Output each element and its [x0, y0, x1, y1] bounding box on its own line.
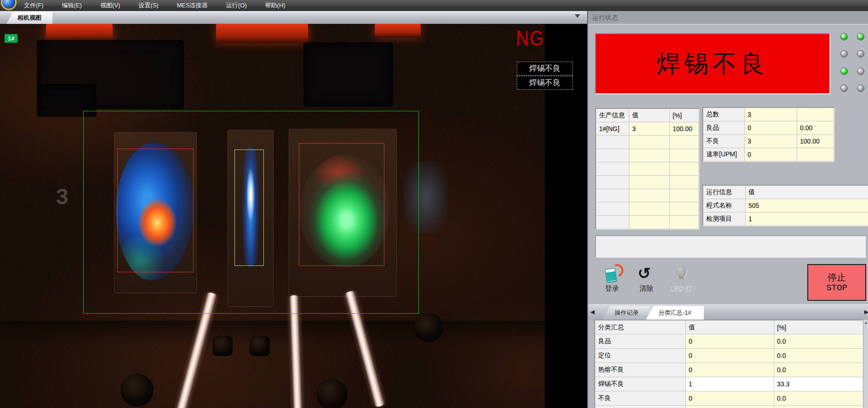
- table-header-row: 运行信息 值: [703, 186, 868, 199]
- station-badge: 1#: [5, 34, 17, 43]
- table-row-highlighted: 焊锡不良 1 33.3: [595, 377, 864, 391]
- roi-left-rect: [117, 149, 194, 272]
- stop-button-label-cn: 停止: [828, 272, 846, 283]
- status-led: [857, 68, 864, 75]
- bottom-tab-strip: ◀ 操作记录 分类汇总-1# ▶: [588, 304, 868, 320]
- component-seam: [0, 321, 545, 346]
- menu-item-mes-connector[interactable]: MES连接器: [177, 1, 208, 10]
- status-led: [840, 85, 848, 92]
- status-led: [857, 33, 864, 40]
- table-row: 良品 0 0.00: [703, 121, 834, 135]
- defect-label: 焊锡不良: [517, 76, 573, 90]
- table-row: 总数 3: [703, 108, 834, 121]
- table-row: 检测项目 1: [703, 213, 868, 226]
- tab-scroll-left-icon[interactable]: ◀: [590, 309, 594, 315]
- table-row: [596, 162, 699, 176]
- led-light-button-label: LED 灯: [665, 284, 697, 293]
- table-row: [596, 136, 699, 149]
- table-header-row: 分类汇总 值 [%]: [595, 321, 864, 334]
- summary-table: 分类汇总 值 [%] 良品 0 0.0 定位 0 0.0 热熔不良 0 0.0 …: [595, 320, 864, 408]
- status-led: [840, 33, 848, 40]
- roi-right-rect: [299, 143, 384, 266]
- app-logo-icon: [1, 0, 17, 10]
- login-button-label: 登录: [596, 284, 628, 293]
- run-info-table: 运行信息 值 程式名称 505 检测项目 1: [703, 185, 868, 226]
- stop-button[interactable]: 停止 STOP: [807, 264, 866, 301]
- tab-camera-view[interactable]: 相机视图: [6, 12, 52, 24]
- defect-label: 焊锡不良: [517, 62, 573, 75]
- hole: [212, 336, 233, 356]
- hole: [120, 374, 154, 407]
- scroll-up-icon[interactable]: ▲: [863, 320, 868, 326]
- login-button[interactable]: 登录: [596, 264, 628, 293]
- table-row: [596, 176, 699, 189]
- menu-item-edit[interactable]: 编辑(E): [62, 1, 82, 10]
- hole: [414, 313, 443, 342]
- table-row: 不良 3 100.00: [703, 135, 834, 148]
- table-row: 不良 0 0.0: [595, 391, 864, 406]
- table-row: 速率[UPM] 0: [703, 148, 834, 161]
- menu-item-run[interactable]: 运行(O): [226, 1, 247, 10]
- tab-operation-log[interactable]: 操作记录: [603, 306, 651, 320]
- menu-item-file[interactable]: 文件(F): [24, 1, 44, 10]
- stop-button-label-en: STOP: [826, 283, 847, 293]
- table-header-row: 生产信息 值 [%]: [596, 109, 699, 122]
- menu-item-settings[interactable]: 设置(S): [138, 1, 158, 10]
- status-led: [840, 68, 848, 75]
- glow-strip: [46, 24, 113, 40]
- id-badge-icon: [605, 265, 620, 283]
- table-row: 良品 0 0.0: [595, 334, 864, 349]
- glow-strip: [375, 24, 421, 38]
- table-row: 程式名称 505: [703, 199, 868, 213]
- table-row: [596, 202, 699, 216]
- status-led: [857, 50, 864, 57]
- groupbox-titlebar: 运行状态: [588, 11, 868, 24]
- hole: [250, 336, 270, 356]
- hole: [316, 379, 348, 408]
- roi-middle-rect: [234, 149, 264, 266]
- production-table: 生产信息 值 [%] 1#[NG] 3 100.00: [596, 109, 699, 229]
- summary-scrollbar[interactable]: ▲: [863, 320, 868, 408]
- table-row: [596, 216, 699, 229]
- status-led: [840, 50, 848, 57]
- menu-item-help[interactable]: 帮助(H): [265, 1, 286, 10]
- message-box: [595, 236, 866, 258]
- tab-scroll-right-icon[interactable]: ▶: [864, 309, 868, 315]
- refresh-arrow-icon: ↺: [638, 264, 651, 282]
- component-shadow: [303, 42, 393, 107]
- chevron-down-icon[interactable]: [575, 14, 580, 18]
- clear-button[interactable]: ↺ 清除: [630, 264, 662, 293]
- table-row: 定位 0 0.0: [595, 349, 864, 363]
- menu-item-view[interactable]: 视图(V): [100, 1, 120, 10]
- status-led: [857, 85, 864, 92]
- result-text: NG: [516, 28, 544, 49]
- led-light-button[interactable]: LED 灯: [665, 264, 697, 293]
- totals-table: 总数 3 良品 0 0.00 不良 3 100.00 速率[UPM] 0: [703, 108, 834, 161]
- camera-image: 3 1# NG 焊锡不良 焊锡不良: [0, 24, 587, 408]
- menu-bar: 文件(F) 编辑(E) 视图(V) 设置(S) MES连接器 运行(O) 帮助(…: [0, 0, 868, 11]
- table-row: 1#[NG] 3 100.00: [596, 122, 699, 136]
- light-bulb-icon: [676, 266, 686, 278]
- etched-digit: 3: [56, 184, 69, 209]
- glow-strip: [216, 24, 308, 43]
- run-status-panel: 运行状态 焊锡不良 生产信息 值 [%] 1#[NG] 3 100.00: [588, 11, 868, 408]
- table-row: [596, 189, 699, 202]
- table-row: [596, 149, 699, 162]
- tab-category-summary[interactable]: 分类汇总-1#: [646, 306, 704, 320]
- result-banner: 焊锡不良: [595, 33, 830, 94]
- camera-tab-strip: 相机视图: [0, 11, 587, 24]
- table-row: 热熔不良 0 0.0: [595, 363, 864, 377]
- table-row: [595, 406, 864, 408]
- result-banner-text: 焊锡不良: [657, 48, 769, 80]
- groupbox-title: 运行状态: [592, 14, 618, 22]
- clear-button-label: 清除: [630, 284, 662, 293]
